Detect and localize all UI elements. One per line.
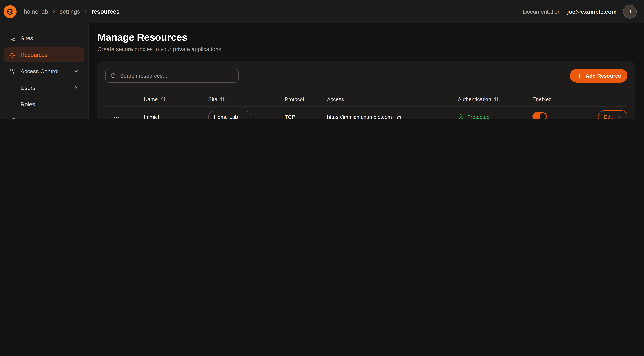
- arrow-right-icon: [616, 114, 622, 119]
- sort-icon: [160, 97, 166, 102]
- user-email[interactable]: joe@example.com: [567, 8, 616, 15]
- breadcrumb-current: resources: [92, 8, 120, 15]
- topbar-right: Documentation joe@example.com J: [523, 5, 637, 18]
- auth-status: Protected: [458, 114, 532, 119]
- column-header-protocol: Protocol: [285, 96, 327, 102]
- breadcrumb-org[interactable]: home-lab: [24, 8, 48, 15]
- copy-button[interactable]: [396, 114, 401, 119]
- search-icon: [110, 73, 116, 79]
- page-title: Manage Resources: [98, 32, 635, 43]
- breadcrumb: home-lab settings resources: [24, 8, 120, 15]
- enabled-toggle[interactable]: [532, 112, 547, 119]
- users-icon: [9, 68, 16, 74]
- breadcrumb-separator-icon: [83, 9, 88, 14]
- sidebar-item-label: Sites: [20, 35, 33, 42]
- column-header-enabled: Enabled: [532, 96, 593, 102]
- column-header-site[interactable]: Site: [208, 96, 285, 102]
- chevron-down-icon: [73, 68, 79, 74]
- sidebar-item-label: Access Control: [20, 68, 58, 74]
- sidebar-item-sites[interactable]: Sites: [4, 30, 84, 46]
- main-content: Manage Resources Create secure proxies t…: [88, 23, 644, 119]
- resource-protocol: TCP: [285, 114, 327, 119]
- sidebar: Sites Resources Access Control Users Rol…: [0, 23, 88, 119]
- breadcrumb-settings[interactable]: settings: [60, 8, 80, 15]
- copy-icon: [396, 114, 401, 119]
- site-link[interactable]: Home Lab: [208, 110, 251, 119]
- workflow-icon: [9, 35, 16, 42]
- topbar: home-lab settings resources Documentatio…: [0, 0, 644, 23]
- sidebar-item-users[interactable]: Users: [4, 80, 84, 96]
- sidebar-item-label: Roles: [20, 101, 35, 108]
- add-resource-label: Add Resource: [586, 73, 621, 79]
- plus-icon: [576, 73, 582, 79]
- column-header-access: Access: [327, 96, 458, 102]
- resource-access: https://immich.example.com: [327, 114, 392, 119]
- chevron-right-icon: [73, 85, 79, 90]
- sidebar-item-access-control[interactable]: Access Control: [4, 64, 84, 79]
- app: home-lab settings resources Documentatio…: [0, 0, 644, 119]
- sidebar-item-label: Users: [20, 84, 35, 91]
- ellipsis-icon: [113, 114, 120, 119]
- breadcrumb-separator-icon: [51, 9, 56, 14]
- sidebar-item-label: Shareable Links: [20, 118, 61, 119]
- sidebar-item-resources[interactable]: Resources: [4, 47, 84, 62]
- sidebar-item-roles[interactable]: Roles: [4, 97, 84, 112]
- add-resource-button[interactable]: Add Resource: [570, 69, 628, 82]
- resource-name: Immich: [144, 114, 208, 119]
- arrow-up-right-icon: [241, 115, 246, 119]
- page-subtitle: Create secure proxies to your private ap…: [98, 46, 635, 52]
- pangolin-logo-icon[interactable]: [3, 5, 17, 18]
- table-row: Immich Home Lab TCP https://immich.examp…: [105, 107, 628, 119]
- topbar-left: home-lab settings resources: [3, 5, 120, 18]
- search-input[interactable]: [120, 73, 234, 79]
- waypoints-icon: [9, 52, 16, 58]
- resources-toolbar: Add Resource: [105, 69, 628, 82]
- sidebar-item-shareable-links[interactable]: Shareable Links: [4, 113, 84, 119]
- search-box: [105, 69, 239, 82]
- column-header-name[interactable]: Name: [144, 96, 208, 102]
- link-icon: [9, 118, 16, 119]
- edit-button[interactable]: Edit: [598, 110, 628, 119]
- column-header-authentication[interactable]: Authentication: [458, 96, 532, 102]
- shield-check-icon: [458, 114, 464, 119]
- row-menu-button[interactable]: [105, 114, 144, 119]
- sort-icon: [220, 97, 225, 102]
- sort-icon: [494, 97, 499, 102]
- table-header: Name Site Protocol Access Authentication: [105, 92, 628, 107]
- documentation-link[interactable]: Documentation: [523, 8, 561, 15]
- sidebar-item-label: Resources: [20, 52, 48, 58]
- avatar[interactable]: J: [623, 5, 637, 18]
- resources-card: Add Resource Name Site Protocol Acc: [98, 61, 635, 119]
